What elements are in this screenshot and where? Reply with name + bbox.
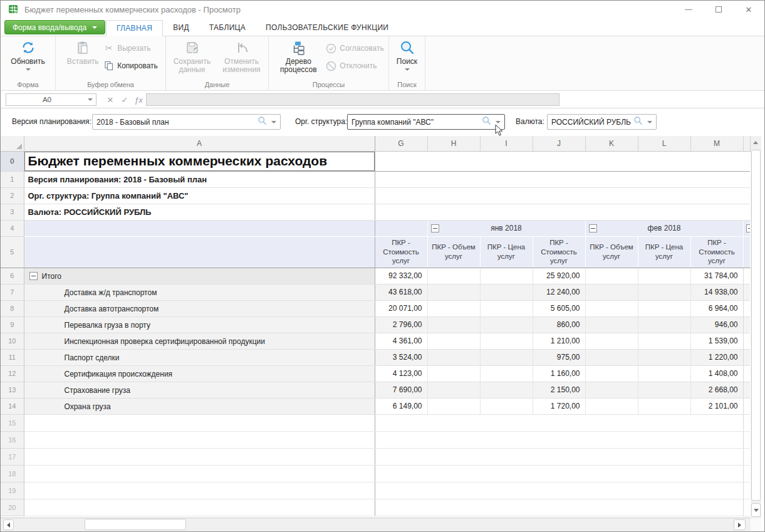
data-cell[interactable] <box>427 365 480 382</box>
data-cell[interactable] <box>638 365 690 382</box>
data-cell[interactable]: 2 796,00 <box>375 316 427 333</box>
data-cell[interactable] <box>427 333 480 349</box>
scroll-down-button[interactable] <box>751 503 761 517</box>
data-cell[interactable] <box>427 448 480 465</box>
lookup-dropdown-caret[interactable] <box>647 121 652 123</box>
data-cell[interactable] <box>480 448 533 465</box>
row-header-8[interactable]: 8 <box>1 300 24 316</box>
report-title-cell[interactable]: Бюджет переменных коммерческих расходов <box>24 151 375 171</box>
data-cell[interactable] <box>480 316 533 333</box>
row-header-0[interactable]: 0 <box>1 151 24 171</box>
measure-header[interactable]: ПКР - Цена услуг <box>480 236 533 268</box>
data-cell[interactable] <box>638 300 690 316</box>
data-cell[interactable] <box>427 382 480 398</box>
approve-button[interactable]: Согласовать <box>326 42 383 55</box>
column-header-k[interactable]: K <box>585 136 638 151</box>
data-cell[interactable] <box>533 414 585 431</box>
measure-header[interactable]: ПКР - Цена услуг <box>638 236 690 268</box>
row-header-4[interactable]: 4 <box>1 220 24 236</box>
row-label-cell[interactable] <box>24 465 375 482</box>
row-label-cell[interactable]: Охрана груза <box>24 398 375 414</box>
data-cell[interactable] <box>638 465 690 482</box>
row-header-1[interactable]: 1 <box>1 171 24 187</box>
data-cell[interactable] <box>533 482 585 499</box>
row-label-cell[interactable]: Итого <box>24 268 375 284</box>
data-cell[interactable]: 4 123,00 <box>375 365 427 382</box>
data-cell[interactable] <box>427 482 480 499</box>
data-cell[interactable] <box>638 382 690 398</box>
row-label-cell[interactable]: Паспорт сделки <box>24 349 375 365</box>
data-cell[interactable] <box>375 431 427 448</box>
data-cell[interactable] <box>533 448 585 465</box>
data-cell[interactable] <box>585 431 638 448</box>
data-cell[interactable] <box>480 284 533 300</box>
data-cell[interactable] <box>480 499 533 516</box>
data-cell[interactable]: 1 220,00 <box>690 349 743 365</box>
data-cell[interactable]: 20 071,00 <box>375 300 427 316</box>
planning-version-input[interactable]: 2018 - Базовый план <box>92 114 281 130</box>
data-cell[interactable] <box>690 448 743 465</box>
horizontal-scrollbar[interactable] <box>1 518 751 531</box>
row-header-6[interactable]: 6 <box>1 268 24 284</box>
row-header-17[interactable]: 17 <box>1 448 24 465</box>
data-cell[interactable]: 4 361,00 <box>375 333 427 349</box>
info-cell-org[interactable]: Орг. структура: Группа компаний "АВС" <box>24 187 375 204</box>
data-cell[interactable]: 43 618,00 <box>375 284 427 300</box>
horizontal-scrollbar-thumb[interactable] <box>85 519 186 530</box>
data-cell[interactable] <box>375 448 427 465</box>
data-cell[interactable] <box>427 349 480 365</box>
data-cell[interactable] <box>427 300 480 316</box>
data-cell[interactable] <box>427 284 480 300</box>
data-cell[interactable] <box>533 431 585 448</box>
cancel-icon[interactable]: ✕ <box>104 93 117 106</box>
row-label-cell[interactable]: Сертификация происхождения <box>24 365 375 382</box>
tab-tablitsa[interactable]: ТАБЛИЦА <box>199 20 256 36</box>
data-cell[interactable]: 6 964,00 <box>690 300 743 316</box>
info-row-blank[interactable] <box>375 187 743 204</box>
enter-icon[interactable]: ✓ <box>118 93 131 106</box>
data-cell[interactable]: 1 720,00 <box>533 398 585 414</box>
cut-button[interactable]: ✂ Вырезать <box>103 42 158 55</box>
formula-input[interactable] <box>146 93 559 106</box>
data-cell[interactable] <box>375 482 427 499</box>
row-label-cell[interactable]: Страхование груза <box>24 382 375 398</box>
data-cell[interactable] <box>585 465 638 482</box>
data-cell[interactable] <box>375 414 427 431</box>
title-row-blank[interactable] <box>375 151 743 171</box>
data-cell[interactable] <box>480 268 533 284</box>
data-cell[interactable] <box>638 482 690 499</box>
row-header-10[interactable]: 10 <box>1 333 24 349</box>
scroll-left-button[interactable] <box>3 519 14 530</box>
lookup-dropdown-caret[interactable] <box>271 121 276 123</box>
currency-input[interactable]: РОССИЙСКИЙ РУБЛЬ <box>547 114 657 130</box>
info-cell-version[interactable]: Версия планирования: 2018 - Базовый план <box>24 171 375 187</box>
row-header-5[interactable]: 5 <box>1 236 24 268</box>
info-row-blank[interactable] <box>375 204 743 220</box>
lookup-search-icon[interactable] <box>633 116 643 128</box>
data-cell[interactable] <box>638 448 690 465</box>
data-cell[interactable] <box>480 414 533 431</box>
row-header-20[interactable]: 20 <box>1 499 24 516</box>
tab-vid[interactable]: ВИД <box>163 20 199 36</box>
data-cell[interactable] <box>480 398 533 414</box>
row-label-cell[interactable] <box>24 431 375 448</box>
data-cell[interactable] <box>638 431 690 448</box>
data-cell[interactable]: 5 605,00 <box>533 300 585 316</box>
reject-button[interactable]: Отклонить <box>326 60 383 72</box>
measure-header[interactable]: ПКР - Объем услуг <box>585 236 638 268</box>
column-header-g[interactable]: G <box>375 136 427 151</box>
copy-button[interactable]: Копировать <box>103 60 158 72</box>
info-cell-currency[interactable]: Валюта: РОССИЙСКИЙ РУБЛЬ <box>24 204 375 220</box>
measure-header[interactable]: ПКР - Стоимость услуг <box>375 236 427 268</box>
data-cell[interactable]: 946,00 <box>690 316 743 333</box>
data-cell[interactable] <box>585 333 638 349</box>
data-cell[interactable]: 3 524,00 <box>375 349 427 365</box>
collapse-button[interactable] <box>746 224 751 232</box>
data-cell[interactable]: 975,00 <box>533 349 585 365</box>
undo-changes-button[interactable]: Отменить изменения <box>217 38 267 74</box>
collapse-button[interactable] <box>431 224 439 232</box>
row-label-cell[interactable]: Перевалка груза в порту <box>24 316 375 333</box>
column-header-l[interactable]: L <box>638 136 690 151</box>
tab-glavnaya[interactable]: ГЛАВНАЯ <box>106 20 163 37</box>
maximize-button[interactable] <box>712 3 726 16</box>
